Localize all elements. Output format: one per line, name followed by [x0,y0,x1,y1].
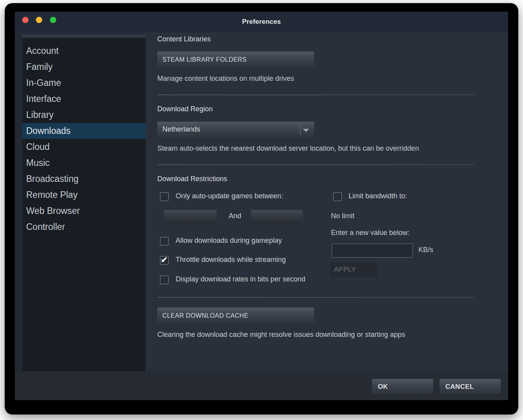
download-restrictions-heading: Download Restrictions [157,175,227,183]
sidebar-item-account[interactable]: Account [22,43,146,59]
throttle-streaming-checkbox[interactable]: ✔ [160,256,169,265]
bandwidth-prompt: Enter a new value below: [331,229,409,237]
allow-downloads-gameplay-checkbox[interactable]: ✔ [160,237,169,246]
content-libraries-description: Manage content locations on multiple dri… [157,75,294,83]
throttle-streaming-label: Throttle downloads while streaming [176,256,286,264]
bandwidth-input[interactable] [332,244,413,258]
sidebar-item-controller[interactable]: Controller [22,219,146,235]
auto-update-end-select[interactable] [251,210,303,223]
download-region-value: Netherlands [162,125,200,133]
window-shadow-frame: Preferences Account Family In-Game Inter… [5,3,518,415]
between-and-label: And [229,212,241,220]
select-separator [300,125,301,135]
sidebar-item-broadcasting[interactable]: Broadcasting [22,171,146,187]
sidebar-list: Account Family In-Game Interface Library… [22,38,146,235]
chevron-down-icon [303,129,309,132]
section-divider [157,94,474,95]
bandwidth-unit-label: KB/s [418,246,433,254]
sidebar-item-interface[interactable]: Interface [22,91,146,107]
sidebar-item-library[interactable]: Library [22,107,146,123]
content-libraries-heading: Content Libraries [157,35,211,43]
display-rates-bits-checkbox[interactable]: ✔ [160,276,169,284]
checkmark-icon: ✔ [161,255,168,265]
apply-button[interactable]: APPLY [330,262,377,277]
titlebar[interactable]: Preferences [15,12,508,33]
limit-bandwidth-checkbox[interactable]: ✔ [333,192,342,201]
footer-bar: OK CANCEL [15,371,508,400]
sidebar-item-music[interactable]: Music [22,155,146,171]
sidebar-item-in-game[interactable]: In-Game [22,75,146,91]
window-title: Preferences [15,18,508,26]
download-region-description: Steam auto-selects the nearest download … [157,144,419,153]
sidebar-item-downloads[interactable]: Downloads [22,123,146,139]
section-divider [157,297,474,298]
section-divider [157,164,474,165]
download-region-heading: Download Region [157,105,213,113]
bandwidth-current-value: No limit [331,212,354,220]
steam-library-folders-button[interactable]: STEAM LIBRARY FOLDERS [157,52,314,67]
downloads-settings-panel: Content Libraries STEAM LIBRARY FOLDERS … [146,33,508,371]
limit-bandwidth-label: Limit bandwidth to: [349,192,407,200]
clear-download-cache-button[interactable]: CLEAR DOWNLOAD CACHE [157,308,314,323]
display-rates-bits-label: Display download rates in bits per secon… [176,275,305,283]
sidebar-item-family[interactable]: Family [22,59,146,75]
auto-update-between-checkbox[interactable]: ✔ [160,192,169,201]
sidebar-item-cloud[interactable]: Cloud [22,139,146,155]
download-region-select[interactable]: Netherlands [157,122,314,137]
allow-downloads-gameplay-label: Allow downloads during gameplay [176,237,282,245]
ok-button[interactable]: OK [372,379,433,394]
auto-update-between-label: Only auto-update games between: [176,192,283,200]
clear-cache-description: Clearing the download cache might resolv… [157,331,405,339]
sidebar-item-web-browser[interactable]: Web Browser [22,203,146,219]
sidebar: Account Family In-Game Interface Library… [22,34,146,371]
sidebar-item-remote-play[interactable]: Remote Play [22,187,146,203]
preferences-window: Preferences Account Family In-Game Inter… [15,12,508,400]
auto-update-start-select[interactable] [164,210,217,223]
cancel-button[interactable]: CANCEL [439,379,501,394]
